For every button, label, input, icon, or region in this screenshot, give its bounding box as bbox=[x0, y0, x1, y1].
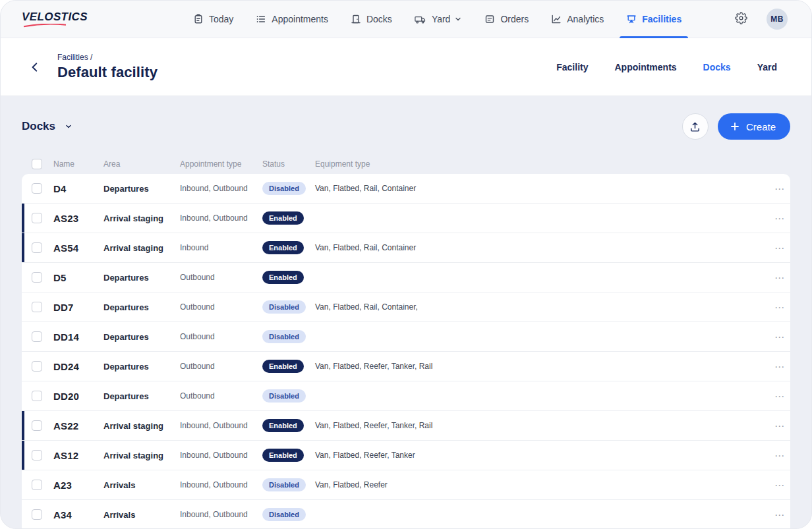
nav-item-label: Facilities bbox=[642, 14, 682, 24]
dock-name: AS22 bbox=[53, 420, 103, 432]
chevron-down-icon bbox=[65, 123, 72, 130]
status-badge: Disabled bbox=[262, 478, 306, 491]
row-actions-button[interactable]: ⋯ bbox=[774, 332, 790, 342]
status-badge: Enabled bbox=[262, 360, 304, 373]
table-row[interactable]: A34 Arrivals Inbound, Outbound Disabled … bbox=[22, 500, 790, 528]
dock-area: Departures bbox=[103, 332, 180, 342]
toolbar: Docks Create bbox=[22, 113, 790, 140]
table-row[interactable]: D5 Departures Outbound Enabled ⋯ bbox=[22, 263, 790, 292]
status-badge: Enabled bbox=[262, 211, 304, 225]
select-all-checkbox[interactable] bbox=[32, 159, 42, 169]
table-row[interactable]: AS12 Arrival staging Inbound, Outbound E… bbox=[22, 441, 790, 470]
dock-area: Arrivals bbox=[103, 510, 180, 520]
nav-item-facilities[interactable]: Facilities bbox=[626, 1, 682, 38]
row-checkbox[interactable] bbox=[32, 242, 42, 253]
dock-appointment-type: Inbound bbox=[180, 243, 262, 252]
row-actions-button[interactable]: ⋯ bbox=[774, 184, 790, 194]
dock-name: AS54 bbox=[53, 242, 103, 254]
row-actions-button[interactable]: ⋯ bbox=[774, 480, 790, 490]
row-checkbox[interactable] bbox=[32, 272, 42, 283]
table-row[interactable]: DD20 Departures Outbound Disabled ⋯ bbox=[22, 381, 790, 411]
create-button[interactable]: Create bbox=[718, 113, 790, 140]
main-nav-items: Today Appointments Docks Yard Orders Ana… bbox=[193, 1, 682, 38]
dock-name: DD7 bbox=[53, 302, 103, 313]
section-title: Docks bbox=[22, 120, 55, 133]
dock-appointment-type: Outbound bbox=[180, 332, 262, 341]
dock-area: Arrivals bbox=[103, 480, 180, 490]
row-actions-button[interactable]: ⋯ bbox=[774, 391, 790, 401]
tab-yard[interactable]: Yard bbox=[757, 62, 777, 72]
avatar[interactable]: MB bbox=[767, 9, 788, 30]
status-badge: Enabled bbox=[262, 419, 304, 432]
row-actions-button[interactable]: ⋯ bbox=[774, 510, 790, 520]
logo-underline-swoosh bbox=[23, 24, 67, 28]
status-badge: Enabled bbox=[262, 449, 304, 462]
breadcrumb[interactable]: Facilities / bbox=[57, 53, 158, 62]
nav-item-orders[interactable]: Orders bbox=[484, 1, 529, 38]
nav-item-analytics[interactable]: Analytics bbox=[551, 1, 604, 38]
row-checkbox[interactable] bbox=[32, 361, 42, 372]
dock-appointment-type: Inbound, Outbound bbox=[180, 184, 262, 193]
row-checkbox[interactable] bbox=[32, 213, 42, 223]
table-row[interactable]: AS22 Arrival staging Inbound, Outbound E… bbox=[22, 411, 790, 441]
orders-icon bbox=[484, 14, 495, 24]
brand-name: VELOSTICS bbox=[22, 11, 88, 22]
table-row[interactable]: DD14 Departures Outbound Disabled ⋯ bbox=[22, 322, 790, 352]
row-checkbox[interactable] bbox=[32, 420, 42, 431]
page-heading: Facilities / Default facility bbox=[57, 53, 158, 81]
table-row[interactable]: AS23 Arrival staging Inbound, Outbound E… bbox=[22, 204, 790, 233]
dock-equipment-type: Van, Flatbed, Rail, Container bbox=[315, 243, 767, 252]
row-actions-button[interactable]: ⋯ bbox=[774, 243, 790, 253]
back-button[interactable] bbox=[26, 58, 44, 76]
tab-appointments[interactable]: Appointments bbox=[615, 62, 677, 72]
row-actions-button[interactable]: ⋯ bbox=[774, 421, 790, 431]
export-button[interactable] bbox=[682, 113, 709, 140]
top-nav: VELOSTICS Today Appointments Docks Yard … bbox=[1, 1, 811, 38]
nav-item-docks[interactable]: Docks bbox=[351, 1, 392, 38]
nav-item-appointments[interactable]: Appointments bbox=[256, 1, 328, 38]
row-checkbox[interactable] bbox=[32, 183, 42, 194]
column-header-area: Area bbox=[103, 159, 180, 169]
status-badge: Disabled bbox=[262, 182, 306, 195]
table-row[interactable]: DD7 Departures Outbound Disabled Van, Fl… bbox=[22, 292, 790, 322]
status-badge: Disabled bbox=[262, 508, 306, 521]
row-checkbox[interactable] bbox=[32, 391, 42, 401]
dock-area: Departures bbox=[103, 362, 180, 372]
table-row[interactable]: D4 Departures Inbound, Outbound Disabled… bbox=[22, 174, 790, 204]
column-header-equipment-type: Equipment type bbox=[315, 159, 767, 169]
settings-button[interactable] bbox=[731, 9, 751, 29]
row-checkbox[interactable] bbox=[32, 331, 42, 342]
tab-facility[interactable]: Facility bbox=[556, 62, 588, 72]
nav-item-label: Appointments bbox=[272, 14, 328, 24]
row-actions-button[interactable]: ⋯ bbox=[774, 302, 790, 312]
row-checkbox[interactable] bbox=[32, 509, 42, 520]
row-checkbox[interactable] bbox=[32, 302, 42, 312]
row-actions-button[interactable]: ⋯ bbox=[774, 213, 790, 223]
row-checkbox[interactable] bbox=[32, 480, 42, 490]
nav-item-today[interactable]: Today bbox=[193, 1, 233, 38]
app-window: VELOSTICS Today Appointments Docks Yard … bbox=[0, 0, 812, 529]
brand-logo: VELOSTICS bbox=[22, 11, 88, 28]
tab-docks[interactable]: Docks bbox=[703, 62, 731, 72]
header-tabs: Facility Appointments Docks Yard bbox=[556, 62, 777, 72]
page-header: Facilities / Default facility Facility A… bbox=[1, 38, 811, 96]
row-checkbox[interactable] bbox=[32, 450, 42, 460]
dock-equipment-type: Van, Flatbed, Rail, Container bbox=[315, 184, 767, 193]
column-header-appointment-type: Appointment type bbox=[180, 159, 262, 169]
dock-name: DD14 bbox=[53, 331, 103, 343]
section-dropdown[interactable]: Docks bbox=[22, 120, 72, 133]
row-actions-button[interactable]: ⋯ bbox=[774, 451, 790, 460]
dock-area: Departures bbox=[103, 184, 180, 194]
nav-item-label: Today bbox=[209, 14, 233, 24]
table-row[interactable]: DD24 Departures Outbound Enabled Van, Fl… bbox=[22, 352, 790, 381]
main-content: Docks Create Name Area Appointment type … bbox=[1, 96, 811, 528]
table-row[interactable]: A23 Arrivals Inbound, Outbound Disabled … bbox=[22, 470, 790, 500]
table-row[interactable]: AS54 Arrival staging Inbound Enabled Van… bbox=[22, 233, 790, 263]
column-header-name: Name bbox=[53, 159, 103, 169]
row-actions-button[interactable]: ⋯ bbox=[774, 362, 790, 372]
dock-area: Arrival staging bbox=[103, 451, 180, 460]
nav-item-label: Orders bbox=[500, 14, 529, 24]
nav-item-yard[interactable]: Yard bbox=[415, 1, 463, 38]
row-actions-button[interactable]: ⋯ bbox=[774, 273, 790, 283]
analytics-icon bbox=[551, 14, 562, 24]
